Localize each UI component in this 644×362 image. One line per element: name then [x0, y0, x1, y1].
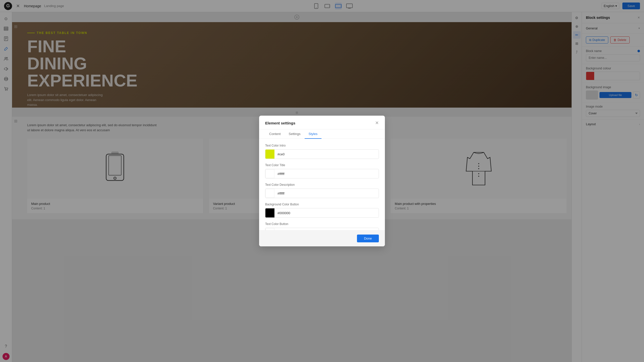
text-color-intro-input: #ce0 — [265, 149, 379, 159]
element-settings-modal: Element settings ✕ Content Settings Styl… — [259, 116, 385, 246]
text-color-desc-field: Text Color Description #ffffff — [265, 183, 379, 198]
text-color-title-input: #ffffff — [265, 169, 379, 178]
tab-settings[interactable]: Settings — [285, 129, 305, 139]
modal-header: Element settings ✕ — [259, 116, 385, 129]
bg-color-btn-field: Background Color Button #000000 — [265, 203, 379, 218]
modal-tabs: Content Settings Styles — [259, 129, 385, 139]
text-color-title-swatch[interactable] — [265, 169, 274, 178]
text-color-title-label: Text Color Title — [265, 163, 379, 167]
text-color-intro-value[interactable]: #ce0 — [274, 150, 379, 158]
bg-color-btn-swatch[interactable] — [265, 208, 274, 217]
modal-close-button[interactable]: ✕ — [375, 120, 379, 126]
text-color-title-field: Text Color Title #ffffff — [265, 163, 379, 178]
text-color-btn-label: Text Color Button — [265, 222, 379, 226]
bg-color-btn-input: #000000 — [265, 208, 379, 218]
text-color-btn-input: #ffffff — [265, 228, 379, 230]
modal-body: Text Color Intro #ce0 Text Color Title #… — [259, 139, 385, 230]
tab-styles[interactable]: Styles — [305, 129, 321, 139]
tab-content[interactable]: Content — [265, 129, 285, 139]
modal-overlay: Element settings ✕ Content Settings Styl… — [0, 0, 644, 362]
modal-title: Element settings — [265, 121, 295, 125]
text-color-btn-field: Text Color Button #ffffff — [265, 222, 379, 230]
text-color-desc-value[interactable]: #ffffff — [274, 190, 379, 197]
text-color-intro-label: Text Color Intro — [265, 144, 379, 147]
bg-color-btn-value[interactable]: #000000 — [274, 209, 379, 217]
text-color-intro-field: Text Color Intro #ce0 — [265, 144, 379, 159]
text-color-desc-swatch[interactable] — [265, 189, 274, 198]
done-button[interactable]: Done — [357, 235, 379, 242]
text-color-desc-label: Text Color Description — [265, 183, 379, 187]
text-color-desc-input: #ffffff — [265, 189, 379, 198]
bg-color-btn-label: Background Color Button — [265, 203, 379, 206]
text-color-btn-swatch[interactable] — [265, 228, 274, 230]
modal-footer: Done — [259, 230, 385, 246]
text-color-title-value[interactable]: #ffffff — [274, 170, 379, 178]
text-color-intro-swatch[interactable] — [265, 150, 274, 159]
